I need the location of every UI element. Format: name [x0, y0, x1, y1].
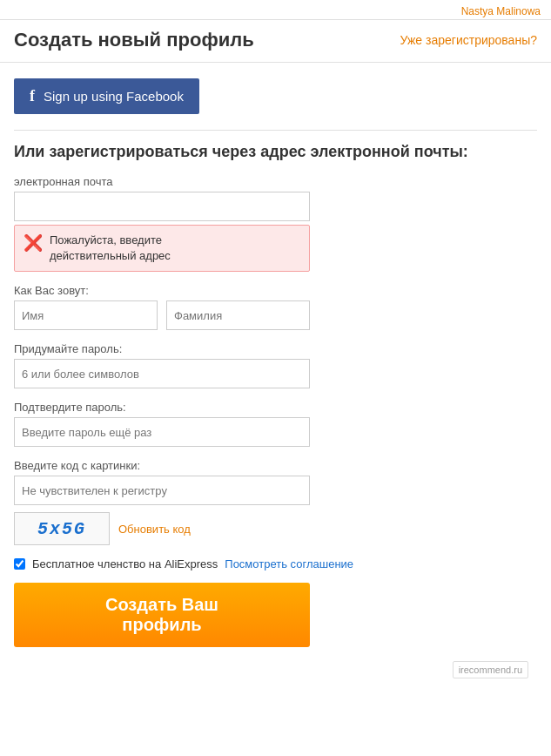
- confirm-password-input[interactable]: [14, 417, 310, 447]
- captcha-image: 5x5G: [14, 512, 110, 545]
- confirm-password-field-group: Подтвердите пароль:: [14, 401, 537, 447]
- facebook-button-label: Sign up using Facebook: [44, 89, 184, 104]
- email-input[interactable]: [14, 192, 310, 221]
- captcha-image-row: 5x5G Обновить код: [14, 512, 310, 545]
- error-icon: ❌: [24, 233, 43, 253]
- name-field-group: Как Вас зовут:: [14, 284, 537, 330]
- last-name-input[interactable]: [166, 300, 310, 330]
- agreement-row: Бесплатное членство на AliExpress Посмот…: [14, 557, 537, 570]
- password-field-group: Придумайте пароль:: [14, 342, 537, 388]
- first-name-input[interactable]: [14, 300, 158, 330]
- password-input[interactable]: [14, 359, 310, 388]
- name-label: Как Вас зовут:: [14, 284, 537, 297]
- username-label: Nastya Malinowa: [461, 5, 541, 17]
- facebook-icon: f: [30, 87, 35, 105]
- email-error-box: ❌ Пожалуйста, введитедействительный адре…: [14, 225, 310, 272]
- agreement-checkbox[interactable]: [14, 558, 25, 570]
- already-registered-link[interactable]: Уже зарегистрированы?: [400, 33, 537, 47]
- refresh-captcha-link[interactable]: Обновить код: [118, 523, 191, 536]
- email-label: электронная почта: [14, 175, 537, 188]
- email-error-text: Пожалуйста, введитедействительный адрес: [50, 233, 171, 264]
- captcha-field-group: Введите код с картинки: 5x5G Обновить ко…: [14, 459, 537, 545]
- recommend-badge-area: irecommend.ru: [14, 661, 537, 678]
- agreement-link[interactable]: Посмотреть соглашение: [225, 557, 353, 570]
- agreement-text: Бесплатное членство на AliExpress: [32, 557, 218, 570]
- submit-button[interactable]: Создать Ваш профиль: [14, 583, 310, 647]
- page-title: Создать новый профиль: [14, 29, 254, 51]
- facebook-signup-button[interactable]: f Sign up using Facebook: [14, 78, 199, 114]
- email-field-group: электронная почта ❌ Пожалуйста, введитед…: [14, 175, 537, 272]
- password-label: Придумайте пароль:: [14, 342, 537, 355]
- or-email-heading: Или зарегистрироваться через адрес элект…: [14, 130, 537, 161]
- name-inputs-row: [14, 300, 310, 330]
- confirm-password-label: Подтвердите пароль:: [14, 401, 537, 414]
- recommend-badge: irecommend.ru: [453, 661, 528, 678]
- captcha-input[interactable]: [14, 476, 310, 505]
- captcha-label: Введите код с картинки:: [14, 459, 537, 472]
